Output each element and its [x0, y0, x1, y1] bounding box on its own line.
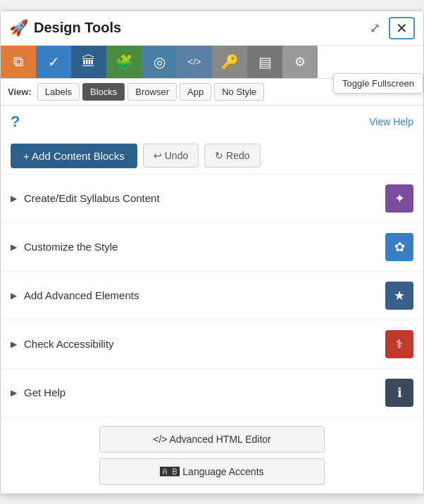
tab-blocks[interactable]: Blocks	[82, 83, 125, 101]
rocket-icon: 🚀	[9, 19, 28, 37]
redo-button[interactable]: ↻ Redo	[204, 144, 260, 168]
toolbar-key-btn[interactable]: 🔑	[212, 46, 247, 78]
section-syllabus-icon: ✦	[385, 184, 413, 213]
section-help-label: Get Help	[24, 386, 66, 398]
section-list: ▶ Create/Edit Syllabus Content ✦ ▶ Custo…	[1, 175, 423, 417]
tab-labels[interactable]: Labels	[37, 83, 80, 101]
expand-icon[interactable]: ⤢	[367, 18, 383, 39]
design-tools-panel: 🚀 Design Tools ⤢ ✕ ⧉ ✓ 🏛 🧩 ◎ </> 🔑 ▤ ⚙ T…	[0, 11, 424, 494]
language-accents-button[interactable]: 🅰🅱 Language Accents	[99, 458, 325, 485]
chevron-right-icon: ▶	[11, 291, 17, 301]
toolbar-code-btn[interactable]: </>	[177, 46, 212, 78]
toolbar-settings-btn[interactable]: ⚙	[282, 46, 318, 78]
tab-app[interactable]: App	[180, 83, 211, 101]
tab-nostyle[interactable]: No Style	[214, 83, 264, 101]
chevron-right-icon: ▶	[11, 339, 17, 349]
toolbar-copy-btn[interactable]: ⧉	[1, 46, 36, 78]
chevron-right-icon: ▶	[11, 242, 17, 252]
undo-button[interactable]: ↩ Undo	[143, 144, 199, 168]
view-label: View:	[8, 87, 32, 97]
section-advanced[interactable]: ▶ Add Advanced Elements ★	[1, 272, 423, 320]
section-advanced-icon: ★	[385, 282, 413, 310]
section-help-icon: ℹ	[385, 379, 413, 407]
panel-header: 🚀 Design Tools ⤢ ✕	[1, 11, 423, 46]
section-advanced-label: Add Advanced Elements	[24, 289, 139, 301]
toolbar-layers-btn[interactable]: ▤	[247, 46, 282, 78]
action-bar: + Add Content Blocks ↩ Undo ↻ Redo	[1, 138, 423, 175]
help-question-icon: ?	[11, 113, 20, 131]
toolbar-target-btn[interactable]: ◎	[142, 46, 177, 78]
toolbar-check-btn[interactable]: ✓	[36, 46, 71, 78]
section-accessibility-label: Check Accessibility	[24, 338, 114, 350]
view-help-link[interactable]: View Help	[369, 116, 413, 127]
chevron-right-icon: ▶	[11, 194, 17, 203]
section-style-label: Customize the Style	[24, 241, 118, 253]
section-style-icon: ✿	[385, 233, 413, 261]
tooltip-text: Toggle Fullscreen	[342, 78, 414, 89]
section-style[interactable]: ▶ Customize the Style ✿	[1, 223, 423, 272]
tooltip-popup: Toggle Fullscreen	[333, 73, 423, 94]
section-syllabus-label: Create/Edit Syllabus Content	[24, 192, 160, 204]
section-accessibility[interactable]: ▶ Check Accessibility ⚕	[1, 320, 423, 369]
close-button[interactable]: ✕	[389, 17, 415, 39]
toolbar-institution-btn[interactable]: 🏛	[71, 46, 106, 78]
section-syllabus[interactable]: ▶ Create/Edit Syllabus Content ✦	[1, 175, 423, 223]
bottom-buttons: </> Advanced HTML Editor 🅰🅱 Language Acc…	[1, 417, 423, 493]
toolbar-puzzle-btn[interactable]: 🧩	[106, 46, 142, 78]
advanced-html-editor-button[interactable]: </> Advanced HTML Editor	[99, 426, 325, 453]
add-content-blocks-button[interactable]: + Add Content Blocks	[11, 144, 137, 168]
tab-browser[interactable]: Browser	[127, 83, 177, 101]
section-help[interactable]: ▶ Get Help ℹ	[1, 369, 423, 417]
section-accessibility-icon: ⚕	[385, 330, 413, 358]
chevron-right-icon: ▶	[11, 388, 17, 398]
panel-title: Design Tools	[34, 20, 361, 36]
help-bar: ? View Help	[1, 106, 423, 138]
